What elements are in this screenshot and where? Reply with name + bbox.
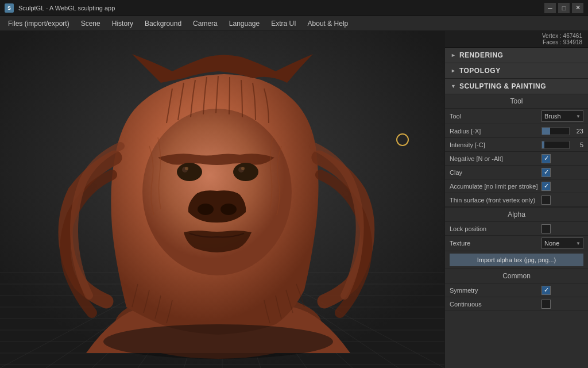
texture-value: None bbox=[541, 237, 583, 249]
alpha-section-label: Alpha bbox=[445, 207, 588, 222]
app-icon: S bbox=[5, 3, 14, 13]
texture-property-row: Texture None bbox=[445, 236, 588, 251]
radius-value-num: 23 bbox=[572, 128, 583, 135]
radius-property-row: Radius [-X] 23 bbox=[445, 124, 588, 138]
faces-count: Faces : 934918 bbox=[543, 39, 582, 45]
tool-dropdown[interactable]: Brush bbox=[541, 110, 583, 122]
common-section-label: Common bbox=[445, 269, 588, 283]
svg-point-30 bbox=[220, 204, 237, 215]
menu-extra-ui[interactable]: Extra UI bbox=[265, 17, 301, 30]
menubar: Files (import/export) Scene History Back… bbox=[0, 16, 588, 31]
menu-language[interactable]: Language bbox=[223, 17, 265, 30]
titlebar-controls[interactable]: ─ □ ✕ bbox=[544, 3, 583, 13]
topology-arrow: ► bbox=[451, 68, 456, 74]
continuous-value bbox=[541, 300, 583, 309]
tool-value: Brush bbox=[541, 110, 583, 122]
texture-dropdown[interactable]: None bbox=[541, 237, 583, 249]
stats-bar: Vertex : 467461 Faces : 934918 bbox=[445, 31, 588, 48]
topology-section-header[interactable]: ► TOPOLOGY bbox=[445, 63, 588, 79]
radius-slider-container: 23 bbox=[541, 127, 583, 135]
tool-section-label: Tool bbox=[445, 94, 588, 109]
svg-point-23 bbox=[177, 163, 202, 181]
lock-position-row: Lock position bbox=[445, 222, 588, 236]
intensity-property-row: Intensity [-C] 5 bbox=[445, 138, 588, 152]
svg-point-31 bbox=[103, 324, 333, 359]
vertex-count: Vertex : 467461 bbox=[542, 33, 582, 39]
menu-background[interactable]: Background bbox=[139, 17, 187, 30]
continuous-property-row: Continuous bbox=[445, 297, 588, 311]
close-button[interactable]: ✕ bbox=[572, 3, 583, 13]
maximize-button[interactable]: □ bbox=[558, 3, 570, 13]
tool-label: Tool bbox=[450, 113, 541, 120]
rendering-title: RENDERING bbox=[459, 51, 504, 59]
accumulate-property-row: Accumulate [no limit per stroke] bbox=[445, 179, 588, 193]
alpha-section: Alpha Lock position Texture None Import … bbox=[445, 207, 588, 269]
viewport-scene bbox=[0, 31, 444, 368]
menu-files[interactable]: Files (import/export) bbox=[2, 17, 75, 30]
radius-slider[interactable] bbox=[541, 127, 570, 135]
menu-history[interactable]: History bbox=[106, 17, 139, 30]
accumulate-value bbox=[541, 182, 583, 191]
intensity-label: Intensity [-C] bbox=[450, 141, 541, 148]
negative-label: Negative [N or -Alt] bbox=[450, 155, 541, 162]
intensity-slider-fill bbox=[542, 141, 544, 148]
intensity-slider-container: 5 bbox=[541, 141, 583, 149]
right-panel: Vertex : 467461 Faces : 934918 ► RENDERI… bbox=[444, 31, 588, 368]
minimize-button[interactable]: ─ bbox=[544, 3, 556, 13]
radius-label: Radius [-X] bbox=[450, 128, 541, 135]
negative-value bbox=[541, 154, 583, 163]
thin-surface-label: Thin surface (front vertex only) bbox=[450, 197, 541, 204]
titlebar: S SculptGL - A WebGL sculpting app ─ □ ✕ bbox=[0, 0, 588, 16]
continuous-label: Continuous bbox=[450, 301, 541, 308]
radius-value: 23 bbox=[541, 127, 583, 135]
accumulate-checkbox[interactable] bbox=[541, 182, 551, 191]
clay-property-row: Clay bbox=[445, 166, 588, 179]
accumulate-label: Accumulate [no limit per stroke] bbox=[450, 183, 541, 190]
lock-position-value bbox=[541, 224, 583, 233]
title-text: SculptGL - A WebGL sculpting app bbox=[18, 5, 115, 12]
sculpting-title: SCULPTING & PAINTING bbox=[459, 82, 546, 90]
viewport[interactable] bbox=[0, 31, 444, 368]
continuous-checkbox[interactable] bbox=[541, 300, 551, 309]
tool-property-row: Tool Brush bbox=[445, 109, 588, 124]
thin-surface-checkbox[interactable] bbox=[541, 195, 551, 205]
svg-point-28 bbox=[241, 167, 245, 170]
thin-surface-value bbox=[541, 195, 583, 205]
tool-section: Tool Tool Brush Radius [-X] bbox=[445, 94, 588, 207]
radius-slider-fill bbox=[542, 128, 550, 135]
import-alpha-button[interactable]: Import alpha tex (jpg, png...) bbox=[450, 254, 583, 266]
symmetry-checkbox[interactable] bbox=[541, 286, 551, 295]
clay-value bbox=[541, 168, 583, 177]
rendering-section-header[interactable]: ► RENDERING bbox=[445, 48, 588, 63]
rendering-arrow: ► bbox=[451, 52, 456, 58]
main-area: Vertex : 467461 Faces : 934918 ► RENDERI… bbox=[0, 31, 588, 368]
sculpting-section-header[interactable]: ▼ SCULPTING & PAINTING bbox=[445, 79, 588, 94]
lock-position-label: Lock position bbox=[450, 225, 541, 232]
clay-checkbox[interactable] bbox=[541, 168, 551, 177]
topology-title: TOPOLOGY bbox=[459, 67, 501, 75]
symmetry-value bbox=[541, 286, 583, 295]
svg-point-29 bbox=[198, 204, 214, 215]
symmetry-label: Symmetry bbox=[450, 287, 541, 294]
intensity-value: 5 bbox=[541, 141, 583, 149]
texture-label: Texture bbox=[450, 240, 541, 247]
negative-checkbox[interactable] bbox=[541, 154, 551, 163]
svg-point-24 bbox=[233, 163, 258, 181]
menu-scene[interactable]: Scene bbox=[75, 17, 106, 30]
menu-camera[interactable]: Camera bbox=[187, 17, 223, 30]
thin-surface-property-row: Thin surface (front vertex only) bbox=[445, 193, 588, 207]
negative-property-row: Negative [N or -Alt] bbox=[445, 152, 588, 166]
menu-about-help[interactable]: About & Help bbox=[302, 17, 354, 30]
titlebar-left: S SculptGL - A WebGL sculpting app bbox=[5, 3, 115, 13]
symmetry-property-row: Symmetry bbox=[445, 283, 588, 297]
sculpting-arrow: ▼ bbox=[451, 83, 456, 89]
intensity-slider[interactable] bbox=[541, 141, 570, 149]
lock-position-checkbox[interactable] bbox=[541, 224, 551, 233]
intensity-value-num: 5 bbox=[572, 141, 583, 148]
svg-point-27 bbox=[185, 167, 188, 170]
clay-label: Clay bbox=[450, 169, 541, 176]
common-section: Common Symmetry Continuous bbox=[445, 269, 588, 311]
